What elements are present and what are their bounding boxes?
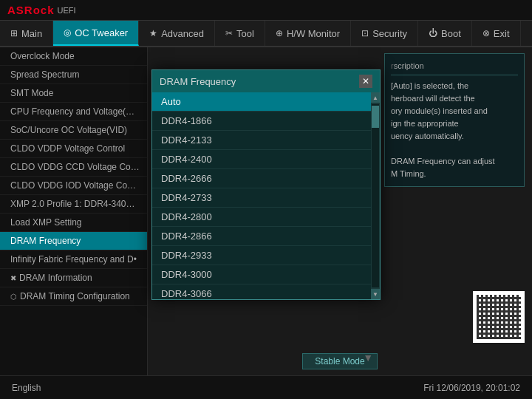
- nav-tab-tool[interactable]: ✂Tool: [215, 21, 265, 46]
- nav-tab-security[interactable]: ⊡Security: [351, 21, 418, 46]
- nav-label-hw-monitor: H/W Monitor: [287, 28, 340, 39]
- nav-icon-oc-tweaker: ◎: [64, 27, 71, 38]
- nav-label-main: Main: [21, 28, 42, 39]
- scroll-down-button[interactable]: ▼: [371, 289, 380, 299]
- nav-icon-main: ⊞: [10, 28, 18, 38]
- modal-item-ddr4-2866[interactable]: DDR4-2866: [152, 227, 371, 246]
- scroll-up-button[interactable]: ▲: [371, 92, 380, 103]
- modal-item-ddr4-3000[interactable]: DDR4-3000: [152, 265, 371, 284]
- nav-label-tool: Tool: [236, 28, 254, 39]
- nav-icon-exit: ⊗: [482, 28, 490, 38]
- nav-label-security: Security: [372, 28, 407, 39]
- scroll-track: [372, 104, 379, 287]
- modal-item-ddr4-2933[interactable]: DDR4-2933: [152, 246, 371, 265]
- nav-bar: ⊞Main◎OC Tweaker★Advanced✂Tool⊕H/W Monit…: [0, 21, 532, 47]
- datetime-display: Fri 12/06/2019, 20:01:02: [423, 383, 520, 393]
- modal-item-ddr4-2666[interactable]: DDR4-2666: [152, 169, 371, 188]
- nav-label-boot: Boot: [441, 28, 461, 39]
- modal-close-button[interactable]: ✕: [359, 75, 372, 88]
- nav-tab-boot[interactable]: ⏻Boot: [418, 21, 472, 46]
- nav-icon-tool: ✂: [225, 28, 233, 38]
- nav-label-oc-tweaker: OC Tweaker: [75, 27, 128, 38]
- logo-uefi: UEFI: [58, 6, 76, 15]
- nav-icon-security: ⊡: [361, 28, 369, 38]
- nav-label-advanced: Advanced: [161, 28, 204, 39]
- nav-tab-main[interactable]: ⊞Main: [0, 21, 53, 46]
- modal-item-ddr4-2733[interactable]: DDR4-2733: [152, 188, 371, 208]
- language-display: English: [12, 383, 41, 393]
- dram-frequency-modal: DRAM Frequency ✕ AutoDDR4-1866DDR4-2133D…: [151, 69, 381, 300]
- modal-overlay: DRAM Frequency ✕ AutoDDR4-1866DDR4-2133D…: [0, 47, 532, 375]
- modal-item-ddr4-2133[interactable]: DDR4-2133: [152, 131, 371, 150]
- modal-item-ddr4-3066[interactable]: DDR4-3066: [152, 284, 371, 299]
- modal-list-container: AutoDDR4-1866DDR4-2133DDR4-2400DDR4-2666…: [152, 92, 380, 299]
- modal-item-ddr4-2400[interactable]: DDR4-2400: [152, 150, 371, 169]
- status-bar: English Fri 12/06/2019, 20:01:02: [0, 375, 532, 399]
- modal-item-ddr4-2800[interactable]: DDR4-2800: [152, 208, 371, 227]
- modal-title-bar: DRAM Frequency ✕: [152, 70, 380, 92]
- nav-tab-hw-monitor[interactable]: ⊕H/W Monitor: [265, 21, 351, 46]
- logo-brand: ASRock: [7, 4, 55, 16]
- nav-tab-advanced[interactable]: ★Advanced: [139, 21, 215, 46]
- modal-scrollbar: ▲ ▼: [371, 92, 380, 299]
- modal-title: DRAM Frequency: [160, 76, 236, 87]
- nav-tab-exit[interactable]: ⊗Exit: [472, 21, 521, 46]
- modal-item-auto[interactable]: Auto: [152, 92, 371, 112]
- nav-icon-advanced: ★: [149, 28, 157, 38]
- top-bar: ASRock UEFI: [0, 0, 532, 21]
- nav-label-exit: Exit: [494, 28, 510, 39]
- scroll-thumb[interactable]: [372, 106, 379, 128]
- modal-list: AutoDDR4-1866DDR4-2133DDR4-2400DDR4-2666…: [152, 92, 371, 299]
- nav-icon-boot: ⏻: [429, 28, 437, 38]
- modal-item-ddr4-1866[interactable]: DDR4-1866: [152, 112, 371, 131]
- nav-icon-hw-monitor: ⊕: [276, 28, 283, 38]
- nav-tab-oc-tweaker[interactable]: ◎OC Tweaker: [53, 21, 139, 46]
